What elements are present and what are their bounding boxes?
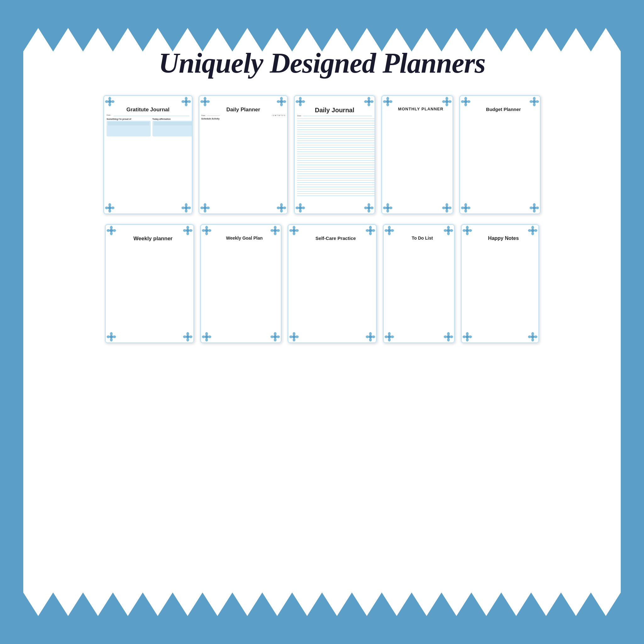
svg-point-35 <box>280 206 283 210</box>
flower-bl <box>461 203 471 213</box>
svg-point-131 <box>205 332 208 336</box>
svg-point-125 <box>274 229 277 232</box>
svg-point-100 <box>110 229 113 232</box>
svg-point-170 <box>388 335 391 339</box>
flower-tl <box>462 225 472 236</box>
svg-point-69 <box>448 100 452 103</box>
svg-point-11 <box>108 203 111 207</box>
svg-point-119 <box>189 336 192 338</box>
svg-point-133 <box>202 336 205 338</box>
svg-point-147 <box>369 232 372 235</box>
date-label: Date : <box>107 114 112 116</box>
svg-point-58 <box>364 207 368 209</box>
weekly-goal-title: Weekly Goal Plan <box>203 236 282 343</box>
svg-point-123 <box>202 229 205 232</box>
svg-point-32 <box>204 209 207 213</box>
svg-point-141 <box>293 226 296 229</box>
svg-point-86 <box>533 97 536 100</box>
svg-point-92 <box>464 209 467 213</box>
svg-point-59 <box>370 207 374 209</box>
flower-br <box>442 203 452 213</box>
svg-point-122 <box>205 232 208 235</box>
happy-notes-card[interactable]: Happy Notes <box>461 224 539 343</box>
svg-point-67 <box>446 103 448 106</box>
svg-point-104 <box>113 229 116 232</box>
budget-planner-card[interactable]: Budget Planner Initial Balance : Month E… <box>459 95 541 214</box>
svg-point-15 <box>185 206 188 210</box>
svg-point-158 <box>366 336 369 338</box>
svg-point-33 <box>200 207 204 209</box>
svg-point-98 <box>530 207 533 209</box>
svg-point-106 <box>186 226 189 229</box>
flower-tr <box>364 97 374 107</box>
svg-point-183 <box>463 229 466 232</box>
svg-point-34 <box>206 207 210 209</box>
svg-point-90 <box>464 206 468 210</box>
svg-point-25 <box>280 100 283 103</box>
flower-br <box>183 332 193 342</box>
flower-tl <box>202 225 212 236</box>
daily-journal-title: Daily Journal <box>297 107 372 114</box>
monthly-planner-card[interactable]: MONTHLY PLANNER Month : 16 17 18 19 20 <box>381 95 453 214</box>
monthly-planner-title: MONTHLY PLANNER <box>385 107 453 214</box>
svg-point-65 <box>445 100 449 103</box>
svg-point-166 <box>447 226 450 229</box>
svg-point-143 <box>289 229 293 232</box>
svg-point-136 <box>274 332 277 336</box>
svg-point-162 <box>388 232 391 235</box>
svg-point-182 <box>466 232 469 235</box>
svg-point-94 <box>467 207 470 209</box>
svg-point-117 <box>186 338 189 341</box>
svg-point-49 <box>370 100 374 103</box>
svg-point-19 <box>187 207 191 209</box>
svg-point-12 <box>108 209 111 213</box>
flower-tl <box>384 225 394 236</box>
svg-point-145 <box>369 229 372 232</box>
svg-point-194 <box>469 336 472 338</box>
svg-point-154 <box>295 336 299 338</box>
svg-point-14 <box>111 207 114 209</box>
weekly-planner-card[interactable]: Weekly planner Date : Weekly priorities <box>105 224 194 343</box>
svg-point-88 <box>530 100 533 103</box>
svg-point-55 <box>367 206 371 210</box>
todo-list-card[interactable]: To Do List Date : Reminder <box>383 224 455 343</box>
svg-point-82 <box>464 103 467 106</box>
gratitude-journal-card[interactable]: Gratitute Journal Date : Something I'm p… <box>103 95 193 214</box>
svg-point-175 <box>447 335 450 339</box>
svg-point-159 <box>372 336 375 338</box>
svg-point-164 <box>391 229 394 232</box>
svg-point-192 <box>466 338 469 341</box>
svg-point-140 <box>292 229 296 232</box>
flower-tl <box>106 225 116 236</box>
svg-point-139 <box>276 336 280 338</box>
svg-point-57 <box>368 209 370 213</box>
svg-point-1 <box>108 97 111 100</box>
svg-point-37 <box>280 209 283 213</box>
self-care-card[interactable]: Self-Care Practice Date : <box>287 224 377 343</box>
svg-point-155 <box>369 335 372 339</box>
flower-tl <box>200 97 210 107</box>
svg-point-165 <box>447 229 450 232</box>
flower-corner-br <box>181 203 191 213</box>
flower-bl <box>383 203 393 213</box>
svg-point-51 <box>299 203 302 207</box>
proud-label: Something I'm proud of <box>107 118 151 120</box>
svg-point-105 <box>186 229 190 232</box>
svg-point-3 <box>105 100 108 103</box>
flower-tl <box>289 225 299 236</box>
daily-journal-card[interactable]: Daily Journal Date : <box>294 95 375 214</box>
svg-point-152 <box>293 338 296 341</box>
svg-point-21 <box>204 97 207 100</box>
svg-point-62 <box>386 103 389 106</box>
daily-planner-card[interactable]: Daily Planner Date : / S M T W T F S <box>198 95 288 214</box>
svg-point-120 <box>205 229 208 232</box>
flower-br <box>529 203 539 213</box>
svg-point-80 <box>464 100 468 103</box>
svg-point-187 <box>531 232 534 235</box>
svg-point-148 <box>366 229 369 232</box>
weekly-goal-card[interactable]: Weekly Goal Plan Date : SCHEDULE SUNDAY <box>200 224 282 343</box>
flower-br <box>364 203 374 213</box>
svg-point-193 <box>463 336 466 338</box>
flower-tr <box>270 225 280 236</box>
flower-bl <box>384 332 394 342</box>
